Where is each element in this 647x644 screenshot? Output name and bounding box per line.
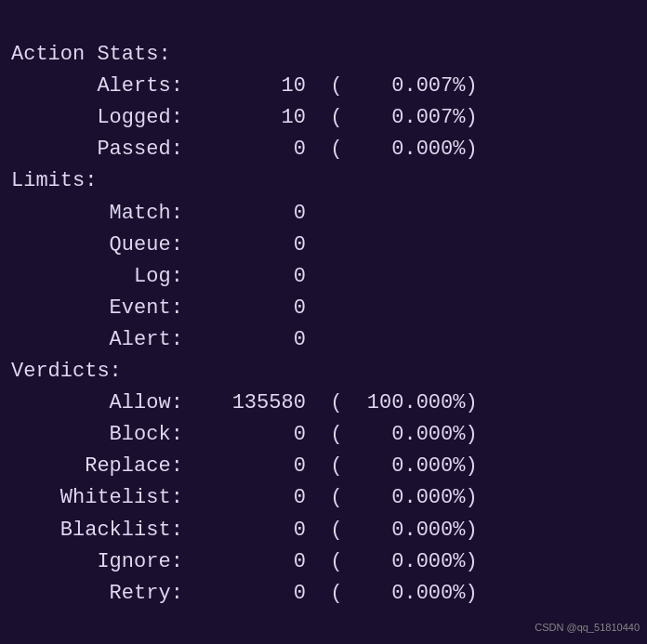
terminal-line: Event: 0 bbox=[11, 293, 636, 324]
terminal-line: Retry: 0 ( 0.000%) bbox=[11, 578, 636, 610]
terminal-line: Whitelist: 0 ( 0.000%) bbox=[11, 482, 636, 514]
terminal-line: Action Stats: bbox=[11, 39, 636, 71]
terminal-line: Alerts: 10 ( 0.007%) bbox=[11, 71, 636, 102]
terminal-line: Verdicts: bbox=[11, 356, 636, 388]
terminal-line: Block: 0 ( 0.000%) bbox=[11, 419, 636, 451]
terminal-output: Action Stats: Alerts: 10 ( 0.007%) Logge… bbox=[11, 7, 636, 610]
watermark-label: CSDN @qq_51810440 bbox=[535, 622, 640, 633]
terminal-line: Passed: 0 ( 0.000%) bbox=[11, 134, 636, 165]
terminal-line: Log: 0 bbox=[11, 261, 636, 293]
terminal-line: Allow: 135580 ( 100.000%) bbox=[11, 388, 636, 419]
terminal-line: Queue: 0 bbox=[11, 230, 636, 261]
terminal-line: Replace: 0 ( 0.000%) bbox=[11, 451, 636, 482]
terminal-line: Alert: 0 bbox=[11, 324, 636, 356]
terminal-line: Limits: bbox=[11, 165, 636, 197]
terminal-line: Ignore: 0 ( 0.000%) bbox=[11, 546, 636, 578]
terminal-line: Blacklist: 0 ( 0.000%) bbox=[11, 515, 636, 546]
terminal-line: Match: 0 bbox=[11, 198, 636, 230]
terminal-line: Logged: 10 ( 0.007%) bbox=[11, 102, 636, 134]
